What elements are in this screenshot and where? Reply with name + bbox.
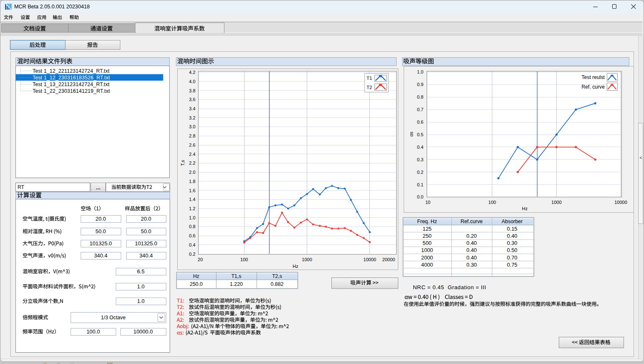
svg-text:250.0: 250.0	[190, 281, 203, 287]
svg-text:Test 1_13_221123142724_RT.txt: Test 1_13_221123142724_RT.txt	[33, 81, 110, 87]
svg-text:Ref. curve: Ref. curve	[581, 84, 605, 90]
svg-text:0.882: 0.882	[270, 281, 283, 287]
svg-text:Test 1_22_230316141219_RT.txt: Test 1_22_230316141219_RT.txt	[33, 88, 110, 94]
svg-text:2.6: 2.6	[189, 143, 195, 148]
svg-text:0.20: 0.20	[466, 233, 477, 239]
svg-text:50.0: 50.0	[96, 228, 106, 234]
svg-text:T1: T1	[367, 76, 372, 81]
svg-text:T2: T2	[367, 85, 372, 90]
svg-text:100: 100	[240, 257, 248, 262]
svg-text:0.4: 0.4	[417, 145, 423, 150]
svg-text:4000: 4000	[421, 262, 433, 268]
svg-text:3.6: 3.6	[189, 97, 195, 102]
svg-text:0.5: 0.5	[417, 132, 423, 137]
svg-text:3.0: 3.0	[189, 124, 195, 129]
svg-text:6.5: 6.5	[137, 268, 145, 275]
svg-text:20.0: 20.0	[141, 216, 151, 222]
svg-text:340.4: 340.4	[94, 252, 107, 259]
svg-text:101325.0: 101325.0	[89, 240, 112, 247]
svg-text:αs: αs	[409, 131, 414, 136]
svg-text:...: ...	[96, 184, 101, 191]
svg-text:50.0: 50.0	[141, 228, 151, 234]
svg-text:Hz: Hz	[293, 264, 298, 269]
svg-text:T,s: T,s	[180, 160, 185, 166]
svg-text:1000: 1000	[551, 200, 561, 205]
svg-text:0.75: 0.75	[507, 262, 517, 268]
svg-text:0.7: 0.7	[417, 107, 423, 112]
svg-text:2.0: 2.0	[189, 170, 195, 175]
svg-text:1.0: 1.0	[189, 215, 195, 220]
svg-text:125: 125	[423, 226, 431, 232]
svg-text:RT: RT	[18, 184, 25, 190]
svg-text:2.2: 2.2	[189, 160, 195, 165]
svg-text:NRC = 0.45 Gradation = III: NRC = 0.45 Gradation = III	[413, 284, 486, 290]
svg-text:Test reulst: Test reulst	[581, 74, 605, 80]
svg-text:2.4: 2.4	[189, 152, 195, 157]
svg-text:0.30: 0.30	[507, 240, 517, 246]
svg-text:2.8: 2.8	[189, 133, 195, 138]
svg-text:1/3 Octave: 1/3 Octave	[101, 315, 126, 321]
svg-text:10000: 10000	[614, 200, 627, 205]
svg-text:100.0: 100.0	[87, 328, 100, 335]
svg-text:3.4: 3.4	[189, 106, 195, 111]
svg-text:100: 100	[489, 200, 496, 205]
svg-text:0.50: 0.50	[507, 247, 517, 253]
svg-text:1000: 1000	[302, 257, 312, 262]
svg-text:0.6: 0.6	[189, 233, 195, 238]
svg-text:1000: 1000	[421, 247, 433, 253]
svg-text:0.6: 0.6	[417, 120, 423, 125]
svg-text:101325.0: 101325.0	[135, 240, 157, 247]
svg-text:Freq. Hz: Freq. Hz	[417, 219, 437, 224]
svg-text:0.1: 0.1	[417, 182, 423, 187]
svg-text:250: 250	[423, 233, 431, 239]
svg-text:<: <	[640, 155, 642, 160]
svg-text:0.0: 0.0	[417, 194, 423, 199]
svg-text:1.8: 1.8	[189, 179, 195, 184]
svg-text:1.6: 1.6	[189, 188, 195, 193]
svg-text:MCR Beta 2.05.0.001 20230418: MCR Beta 2.05.0.001 20230418	[14, 4, 90, 10]
svg-text:T1,s: T1,s	[232, 273, 242, 279]
svg-text:2000: 2000	[421, 255, 433, 261]
svg-text:Hz: Hz	[522, 206, 527, 211]
svg-text:3.8: 3.8	[189, 88, 195, 93]
svg-text:20000: 20000	[382, 257, 395, 262]
svg-text:1.0: 1.0	[417, 69, 423, 74]
svg-text:Ref.curve: Ref.curve	[461, 219, 483, 224]
svg-text:Test 1_12_230316183526_RT.txt: Test 1_12_230316183526_RT.txt	[33, 75, 110, 81]
svg-text:Test 1_12_221123142724_RT.txt: Test 1_12_221123142724_RT.txt	[33, 68, 110, 74]
svg-text:1.220: 1.220	[230, 281, 243, 287]
svg-text:0.40: 0.40	[466, 255, 477, 261]
svg-text:0.40: 0.40	[507, 233, 517, 239]
svg-text:0.8: 0.8	[417, 94, 423, 99]
svg-text:0.3: 0.3	[417, 157, 423, 162]
svg-text:0.9: 0.9	[417, 82, 423, 87]
svg-text:Hz: Hz	[193, 273, 199, 279]
svg-text:10000.0: 10000.0	[133, 328, 153, 335]
svg-text:1.0: 1.0	[137, 283, 145, 290]
svg-text:500: 500	[423, 240, 431, 246]
svg-text:0.8: 0.8	[189, 224, 195, 229]
svg-text:10000: 10000	[364, 257, 377, 262]
svg-text:Absorber: Absorber	[501, 219, 522, 224]
svg-text:0.4: 0.4	[189, 242, 195, 247]
svg-text:10: 10	[425, 200, 430, 205]
svg-text:T2,s: T2,s	[272, 273, 282, 279]
svg-text:0.2: 0.2	[189, 252, 195, 257]
svg-text:0.70: 0.70	[507, 255, 517, 261]
svg-text:3.2: 3.2	[189, 115, 195, 120]
svg-text:0.30: 0.30	[466, 262, 477, 268]
svg-text:340.4: 340.4	[139, 252, 153, 259]
svg-text:0.15: 0.15	[507, 226, 517, 232]
svg-text:1.0: 1.0	[137, 298, 145, 304]
svg-text:20.0: 20.0	[96, 216, 106, 222]
svg-text:1.4: 1.4	[189, 197, 195, 202]
svg-text:4.0: 4.0	[189, 79, 195, 84]
svg-text:0.40: 0.40	[466, 240, 477, 246]
svg-text:0.2: 0.2	[417, 170, 423, 175]
svg-text:0.40: 0.40	[466, 247, 477, 253]
svg-text:20: 20	[198, 257, 203, 262]
svg-text:4.2: 4.2	[189, 70, 195, 75]
svg-text:1.2: 1.2	[189, 206, 195, 211]
